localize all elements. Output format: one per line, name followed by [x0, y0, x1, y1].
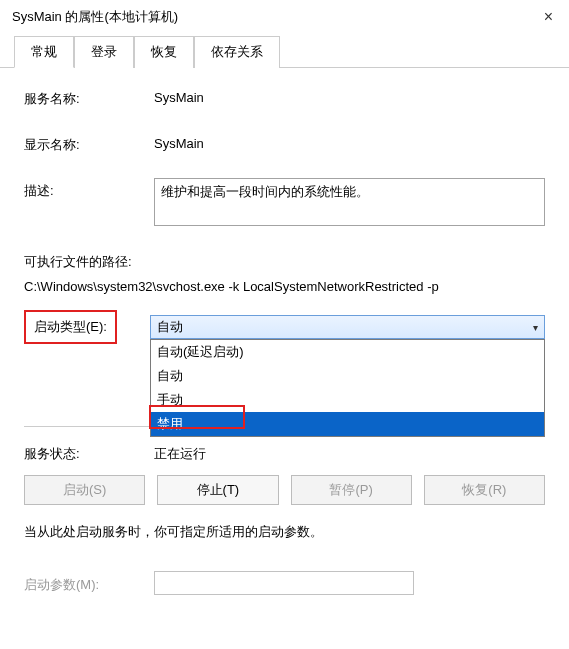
tab-recovery[interactable]: 恢复	[134, 36, 194, 68]
pause-button: 暂停(P)	[291, 475, 412, 505]
startup-option-disabled[interactable]: 禁用	[151, 412, 544, 436]
exec-path-label: 可执行文件的路径:	[24, 253, 545, 271]
close-icon[interactable]: ×	[540, 8, 557, 26]
service-status-label: 服务状态:	[24, 441, 154, 463]
display-name-value: SysMain	[154, 132, 545, 151]
startup-type-selected: 自动	[157, 318, 183, 336]
tab-general[interactable]: 常规	[14, 36, 74, 68]
display-name-label: 显示名称:	[24, 132, 154, 154]
service-name-label: 服务名称:	[24, 86, 154, 108]
service-name-value: SysMain	[154, 86, 545, 105]
startup-option-auto[interactable]: 自动	[151, 364, 544, 388]
resume-button: 恢复(R)	[424, 475, 545, 505]
tab-logon[interactable]: 登录	[74, 36, 134, 68]
startup-type-label: 启动类型(E):	[24, 310, 117, 344]
description-label: 描述:	[24, 178, 154, 200]
startup-params-label: 启动参数(M):	[24, 572, 154, 594]
description-box[interactable]	[154, 178, 545, 226]
exec-path-value: C:\Windows\system32\svchost.exe -k Local…	[24, 279, 545, 294]
window-title: SysMain 的属性(本地计算机)	[12, 8, 540, 26]
startup-params-hint: 当从此处启动服务时，你可指定所适用的启动参数。	[24, 523, 545, 541]
startup-type-dropdown: 自动(延迟启动) 自动 手动 禁用	[150, 339, 545, 437]
service-status-value: 正在运行	[154, 441, 545, 463]
startup-option-manual[interactable]: 手动	[151, 388, 544, 412]
stop-button[interactable]: 停止(T)	[157, 475, 278, 505]
tab-bar: 常规 登录 恢复 依存关系	[0, 36, 569, 68]
start-button: 启动(S)	[24, 475, 145, 505]
startup-option-auto-delayed[interactable]: 自动(延迟启动)	[151, 340, 544, 364]
chevron-down-icon: ▾	[533, 322, 538, 333]
startup-type-select[interactable]: 自动 ▾	[150, 315, 545, 339]
tab-dependencies[interactable]: 依存关系	[194, 36, 280, 68]
startup-params-input	[154, 571, 414, 595]
